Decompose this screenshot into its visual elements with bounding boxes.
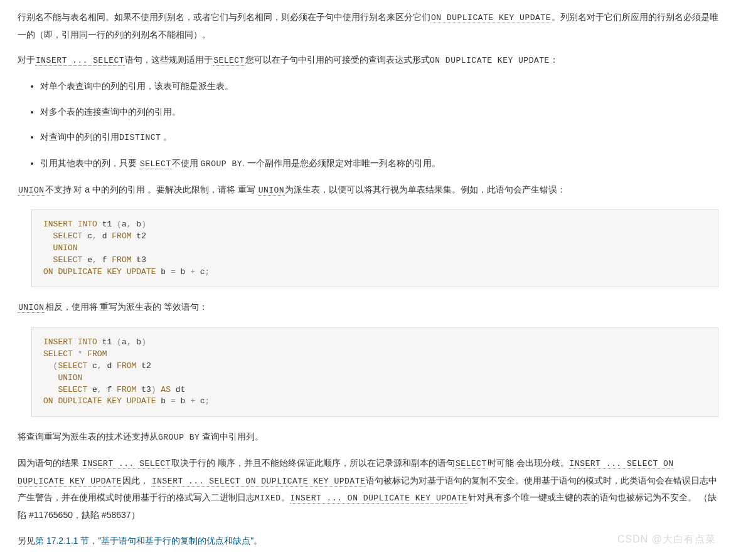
list-item: 对单个表查询中的列的引用，该表可能是派生表。 [40, 78, 718, 95]
code-select: SELECT [139, 159, 172, 169]
code-mixed: MIXED [255, 494, 281, 503]
code-union: UNION [258, 186, 285, 196]
text: 因此， [122, 475, 151, 485]
text: 语句，这些规则适用于 [125, 55, 213, 65]
text: 另见 [18, 536, 35, 546]
list-item: 对多个表的连接查询中的列的引用。 [40, 103, 718, 120]
text: 因为语句的结果 [18, 458, 82, 468]
text: 您可以在子句中引用的可接受的查询表达式形式 [245, 55, 430, 65]
text: ： [550, 55, 558, 65]
code-insert-select: INSERT ... SELECT [82, 459, 171, 469]
code-select: SELECT [455, 459, 488, 469]
text: 对查询中的列的引用 [40, 132, 119, 142]
para-unsafe-replication: 因为语句的结果 INSERT ... SELECT取决于行的 顺序，并且不能始终… [18, 455, 718, 524]
text: 。 [161, 132, 172, 142]
code-group-by: GROUP BY [201, 159, 242, 169]
text: 对单个表查询中的列的引用，该表可能是派生表。 [40, 81, 233, 91]
text: 取决于行的 顺序，并且不能始终保证此顺序，所以在记录源和副本的语句 [171, 458, 455, 468]
text: 引用其他表中的列，只要 [40, 158, 139, 168]
list-item: 引用其他表中的列，只要 SELECT不使用 GROUP BY. 一个副作用是您必… [40, 155, 718, 172]
code-select: SELECT [213, 56, 245, 66]
code-on-dup: ON DUPLICATE KEY UPDATE [430, 13, 552, 23]
para-group-by: 将查询重写为派生表的技术还支持从GROUP BY 查询中引用列。 [18, 428, 718, 446]
code-union: UNION [18, 186, 45, 196]
para-insert-select-rules: 对于INSERT ... SELECT语句，这些规则适用于SELECT您可以在子… [18, 51, 718, 69]
text: 将查询重写为派生表的技术还支持从 [18, 431, 158, 441]
code-insert-select: INSERT ... SELECT [35, 56, 125, 66]
para-union-rewrite: UNION相反，使用将 重写为派生表的 等效语句： [18, 298, 718, 316]
text: 。 [281, 492, 290, 502]
text: 为派生表，以便可以将其行视为单表结果集。例如，此语句会产生错误： [285, 184, 566, 194]
text: 查询中引用列。 [200, 431, 264, 441]
text: 不使用 [172, 158, 201, 168]
text: 对于 [18, 55, 35, 65]
para-see-also: 另见第 17.2.1.1 节，"基于语句和基于行的复制的优点和缺点"。 [18, 532, 718, 549]
text: 对多个表的连接查询中的列的引用。 [40, 107, 181, 117]
code-union: UNION [18, 303, 45, 313]
text: 行别名不能与表名相同。如果不使用列别名，或者它们与列名相同，则必须在子句中使用行… [18, 12, 430, 22]
list-item: 对查询中的列的引用DISTINCT 。 [40, 129, 718, 146]
para-row-alias: 行别名不能与表名相同。如果不使用列别名，或者它们与列名相同，则必须在子句中使用行… [18, 9, 718, 43]
code-group-by: GROUP BY [158, 433, 200, 442]
text: . 一个副作用是您必须限定对非唯一列名称的引用。 [242, 158, 440, 168]
text: 时可能 会出现分歧。 [488, 458, 569, 468]
rules-list: 对单个表查询中的列的引用，该表可能是派生表。 对多个表的连接查询中的列的引用。 … [18, 78, 718, 172]
text: 。 [253, 536, 262, 546]
replication-link[interactable]: 第 17.2.1.1 节，"基于语句和基于行的复制的优点和缺点" [35, 536, 253, 546]
code-distinct: DISTINCT [119, 133, 161, 142]
code-insert-select-dup: INSERT ... SELECT ON DUPLICATE KEY UPDAT… [151, 477, 366, 487]
text: 相反，使用将 重写为派生表的 等效语句： [45, 302, 208, 312]
para-union-unsupported: UNION不支持 对 a 中的列的引用 。要解决此限制，请将 重写 UNION为… [18, 181, 718, 199]
text: 不支持 对 a 中的列的引用 。要解决此限制，请将 重写 [45, 184, 258, 194]
code-block-error-example: INSERT INTO t1 (a, b) SELECT c, d FROM t… [31, 209, 718, 287]
code-insert-dup: INSERT ... ON DUPLICATE KEY UPDATE [290, 494, 468, 504]
code-on-dup: ON DUPLICATE KEY UPDATE [430, 56, 550, 65]
code-block-rewrite-example: INSERT INTO t1 (a, b) SELECT * FROM (SEL… [31, 327, 718, 417]
